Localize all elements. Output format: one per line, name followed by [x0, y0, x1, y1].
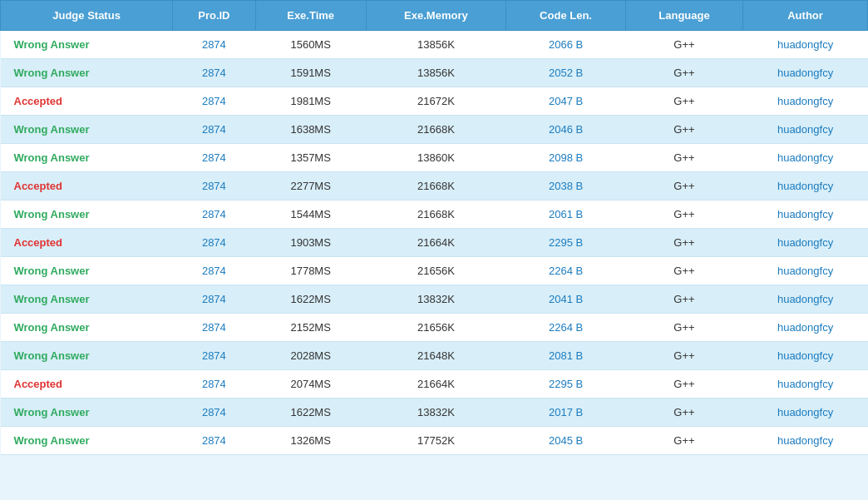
pro-id-cell[interactable]: 2874 — [173, 31, 256, 59]
author-link[interactable]: huadongfcy — [777, 95, 833, 107]
author-link[interactable]: huadongfcy — [777, 349, 833, 362]
author-link[interactable]: huadongfcy — [777, 321, 833, 334]
author-cell[interactable]: huadongfcy — [743, 144, 868, 172]
pro-id-link[interactable]: 2874 — [202, 406, 226, 418]
pro-id-link[interactable]: 2874 — [202, 180, 226, 192]
code-len-cell[interactable]: 2264 B — [506, 314, 626, 342]
pro-id-link[interactable]: 2874 — [202, 434, 226, 447]
author-cell[interactable]: huadongfcy — [743, 399, 868, 427]
exe-time-cell: 1981MS — [255, 87, 366, 116]
author-link[interactable]: huadongfcy — [777, 151, 833, 164]
code-len-link[interactable]: 2047 B — [549, 95, 583, 107]
author-link[interactable]: huadongfcy — [777, 434, 833, 447]
pro-id-cell[interactable]: 2874 — [173, 314, 256, 342]
author-link[interactable]: huadongfcy — [777, 378, 833, 390]
code-len-cell[interactable]: 2081 B — [506, 342, 626, 370]
pro-id-link[interactable]: 2874 — [202, 123, 226, 136]
author-cell[interactable]: huadongfcy — [743, 200, 868, 229]
pro-id-cell[interactable]: 2874 — [173, 427, 256, 455]
code-len-cell[interactable]: 2046 B — [506, 116, 626, 144]
author-cell[interactable]: huadongfcy — [743, 116, 868, 144]
code-len-cell[interactable]: 2047 B — [506, 87, 626, 116]
pro-id-link[interactable]: 2874 — [202, 321, 226, 334]
pro-id-link[interactable]: 2874 — [202, 236, 226, 249]
pro-id-link[interactable]: 2874 — [202, 38, 226, 51]
author-cell[interactable]: huadongfcy — [743, 370, 868, 399]
pro-id-cell[interactable]: 2874 — [173, 342, 256, 370]
language-cell: G++ — [625, 285, 742, 314]
pro-id-cell[interactable]: 2874 — [173, 257, 256, 285]
code-len-cell[interactable]: 2295 B — [506, 229, 626, 257]
author-cell[interactable]: huadongfcy — [743, 314, 868, 342]
code-len-link[interactable]: 2046 B — [549, 123, 583, 136]
code-len-link[interactable]: 2038 B — [549, 180, 583, 192]
table-row: Wrong Answer28741622MS13832K2017 BG++hua… — [1, 399, 868, 427]
code-len-link[interactable]: 2066 B — [549, 38, 583, 51]
pro-id-link[interactable]: 2874 — [202, 95, 226, 107]
pro-id-cell[interactable]: 2874 — [173, 399, 256, 427]
code-len-cell[interactable]: 2066 B — [506, 31, 626, 59]
pro-id-link[interactable]: 2874 — [202, 349, 226, 362]
pro-id-link[interactable]: 2874 — [202, 293, 226, 305]
pro-id-link[interactable]: 2874 — [202, 151, 226, 164]
author-cell[interactable]: huadongfcy — [743, 87, 868, 116]
code-len-link[interactable]: 2098 B — [549, 151, 583, 164]
author-link[interactable]: huadongfcy — [777, 293, 833, 305]
author-link[interactable]: huadongfcy — [777, 67, 833, 79]
code-len-link[interactable]: 2045 B — [549, 434, 583, 447]
pro-id-cell[interactable]: 2874 — [173, 200, 256, 229]
author-link[interactable]: huadongfcy — [777, 406, 833, 418]
author-cell[interactable]: huadongfcy — [743, 257, 868, 285]
pro-id-cell[interactable]: 2874 — [173, 116, 256, 144]
author-link[interactable]: huadongfcy — [777, 123, 833, 136]
pro-id-link[interactable]: 2874 — [202, 378, 226, 390]
code-len-cell[interactable]: 2052 B — [506, 59, 626, 87]
code-len-cell[interactable]: 2017 B — [506, 399, 626, 427]
code-len-cell[interactable]: 2295 B — [506, 370, 626, 399]
code-len-link[interactable]: 2264 B — [549, 321, 583, 334]
code-len-cell[interactable]: 2045 B — [506, 427, 626, 455]
code-len-link[interactable]: 2017 B — [549, 406, 583, 418]
author-cell[interactable]: huadongfcy — [743, 229, 868, 257]
code-len-cell[interactable]: 2038 B — [506, 172, 626, 200]
pro-id-cell[interactable]: 2874 — [173, 87, 256, 116]
code-len-cell[interactable]: 2061 B — [506, 200, 626, 229]
author-cell[interactable]: huadongfcy — [743, 31, 868, 59]
pro-id-cell[interactable]: 2874 — [173, 59, 256, 87]
author-link[interactable]: huadongfcy — [777, 236, 833, 249]
code-len-link[interactable]: 2264 B — [549, 265, 583, 277]
col-exe-time: Exe.Time — [255, 1, 366, 31]
pro-id-cell[interactable]: 2874 — [173, 285, 256, 314]
author-link[interactable]: huadongfcy — [777, 38, 833, 51]
code-len-link[interactable]: 2061 B — [549, 208, 583, 220]
pro-id-link[interactable]: 2874 — [202, 67, 226, 79]
pro-id-cell[interactable]: 2874 — [173, 370, 256, 399]
pro-id-link[interactable]: 2874 — [202, 265, 226, 277]
code-len-cell[interactable]: 2041 B — [506, 285, 626, 314]
author-link[interactable]: huadongfcy — [777, 180, 833, 192]
pro-id-link[interactable]: 2874 — [202, 208, 226, 220]
code-len-link[interactable]: 2295 B — [549, 378, 583, 390]
judge-status-cell: Wrong Answer — [1, 144, 173, 172]
exe-memory-cell: 13860K — [366, 144, 506, 172]
pro-id-cell[interactable]: 2874 — [173, 229, 256, 257]
judge-status-table: Judge Status Pro.ID Exe.Time Exe.Memory … — [0, 0, 868, 455]
code-len-link[interactable]: 2052 B — [549, 67, 583, 79]
pro-id-cell[interactable]: 2874 — [173, 172, 256, 200]
author-cell[interactable]: huadongfcy — [743, 427, 868, 455]
code-len-link[interactable]: 2295 B — [549, 236, 583, 249]
table-row: Wrong Answer28742028MS21648K2081 BG++hua… — [1, 342, 868, 370]
author-cell[interactable]: huadongfcy — [743, 342, 868, 370]
exe-memory-cell: 21664K — [366, 229, 506, 257]
code-len-link[interactable]: 2081 B — [549, 349, 583, 362]
code-len-cell[interactable]: 2098 B — [506, 144, 626, 172]
pro-id-cell[interactable]: 2874 — [173, 144, 256, 172]
code-len-cell[interactable]: 2264 B — [506, 257, 626, 285]
author-link[interactable]: huadongfcy — [777, 208, 833, 220]
author-link[interactable]: huadongfcy — [777, 265, 833, 277]
author-cell[interactable]: huadongfcy — [743, 59, 868, 87]
exe-memory-cell: 21672K — [366, 87, 506, 116]
author-cell[interactable]: huadongfcy — [743, 285, 868, 314]
author-cell[interactable]: huadongfcy — [743, 172, 868, 200]
code-len-link[interactable]: 2041 B — [549, 293, 583, 305]
